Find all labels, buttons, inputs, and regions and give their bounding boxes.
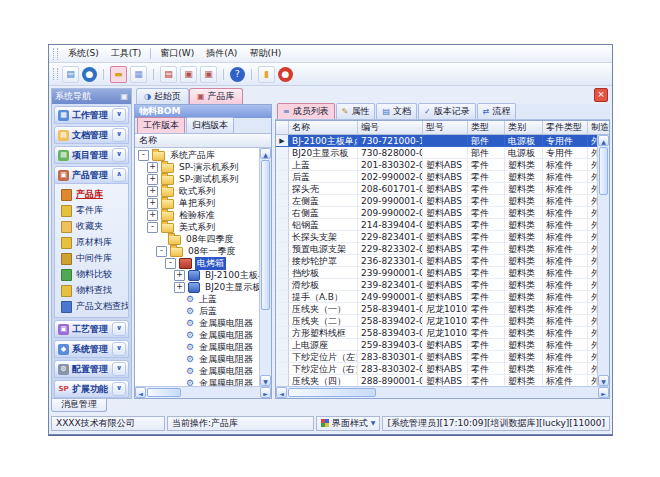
ui-style-selector[interactable]: 界面样式 ▼ [316, 416, 381, 431]
sidebar-pin-icon[interactable]: ▣ [120, 92, 128, 101]
exit-icon[interactable]: ● [278, 67, 293, 82]
table-row[interactable]: 上电源座259-839403-00X塑料ABS零件塑料类标准件外协条 [276, 339, 597, 351]
table-hscroll[interactable]: ◄ ► [276, 386, 609, 398]
tree-expander-icon[interactable]: + [147, 174, 158, 185]
table-row[interactable]: 预置电源支架229-823302-00X塑料ABS零件塑料类标准件外协条 [276, 243, 597, 255]
document-delete-icon[interactable]: ▤ [160, 66, 177, 83]
scrollbar-thumb[interactable] [147, 388, 181, 397]
member-tab-version-history[interactable]: ✓版本记录 [418, 103, 476, 119]
column-header-0[interactable]: 名称 [289, 121, 358, 134]
table-row[interactable]: 压线夹（二）258-839402-00X尼龙1010零件塑料类标准件外协条 [276, 315, 597, 327]
column-header-3[interactable]: 类型 [468, 121, 505, 134]
sidebar-section-header-project-management[interactable]: ▤项目管理∨ [54, 146, 129, 164]
tree-node[interactable]: ⚙金属膜电阻器 [135, 329, 259, 341]
sidebar-item-product-doc-search[interactable]: 产品文档查找 [61, 300, 128, 313]
scroll-right-icon[interactable]: ► [598, 387, 609, 398]
window-check-out-icon[interactable]: ▣ [200, 66, 217, 83]
table-row[interactable]: 后盖202-990002-01X塑料ABS零件塑料类标准件外协条 [276, 171, 597, 183]
bom-tree-hscroll[interactable]: ◄ ► [135, 386, 271, 398]
scrollbar-track[interactable] [598, 196, 609, 375]
column-header-5[interactable]: 零件类型 [543, 121, 588, 134]
tree-node[interactable]: ⚙金属膜电阻器 [135, 377, 259, 386]
tree-node[interactable]: +SP-测试机系列 [135, 173, 259, 185]
sidebar-item-material-search[interactable]: 物料查找 [61, 284, 128, 297]
sidebar-section-chevron-document-management[interactable]: ∨ [112, 128, 126, 142]
menu-item-window[interactable]: 窗口(W) [154, 46, 200, 61]
bom-tab-archived-version[interactable]: 归档版本 [186, 117, 234, 133]
sidebar-section-header-config-management[interactable]: ⚙配置管理∨ [54, 360, 129, 378]
scroll-down-icon[interactable]: ▼ [598, 375, 609, 386]
tree-node[interactable]: +SP-演示机系列 [135, 161, 259, 173]
table-row[interactable]: 长探头支架229-823401-00X塑料ABS零件塑料类标准件外协条 [276, 231, 597, 243]
tree-node[interactable]: ⚙金属膜电阻器 [135, 341, 259, 353]
table-row[interactable]: BJ20主显示板730-828000-04X部件电源板专用件外协颗 [276, 147, 597, 159]
folder-browse-icon[interactable]: ▬ [110, 66, 127, 83]
table-row[interactable]: 压线夹（一）258-839401-00X尼龙1010零件塑料类标准件外协条 [276, 303, 597, 315]
tree-node[interactable]: ⚙金属膜电阻器 [135, 317, 259, 329]
scrollbar-thumb[interactable] [599, 147, 608, 195]
tree-expander-icon[interactable]: - [165, 258, 176, 269]
tab-start-page[interactable]: ◑起始页 [136, 88, 189, 104]
tree-node[interactable]: +BJ20主显示板 [135, 281, 259, 293]
sidebar-section-chevron-product-management[interactable]: ∧ [112, 168, 126, 182]
table-row[interactable]: 下纱定位片（左）283-830301-00X塑料ABS零件塑料类标准件外协条 [276, 351, 597, 363]
tree-expander-icon[interactable]: + [147, 162, 158, 173]
tab-product-library[interactable]: ▣产品库 [189, 88, 243, 104]
sidebar-item-favorites[interactable]: 收藏夹 [61, 220, 128, 233]
menu-item-system[interactable]: 系统(S) [62, 46, 105, 61]
window-check-in-icon[interactable]: ▣ [180, 66, 197, 83]
table-row[interactable]: 滑纱板239-823401-00X塑料ABS零件塑料类标准件外协条 [276, 279, 597, 291]
member-tab-member-list[interactable]: ≡成员列表 [277, 103, 335, 119]
table-view-icon[interactable]: ▦ [130, 66, 147, 83]
tree-expander-icon[interactable]: + [147, 186, 158, 197]
menubar-grip[interactable] [53, 48, 58, 60]
sidebar-section-header-product-management[interactable]: ▣产品管理∧ [54, 166, 129, 184]
scroll-up-icon[interactable]: ▲ [260, 148, 271, 159]
column-header-4[interactable]: 类别 [505, 121, 543, 134]
table-row[interactable]: 左侧盖209-990001-01X塑料ABS零件塑料类标准件外协条 [276, 195, 597, 207]
sidebar-section-chevron-system-management[interactable]: ∨ [112, 342, 126, 356]
tree-node[interactable]: -美式系列 [135, 221, 259, 233]
tree-node[interactable]: +BJ-2100主板单点 [135, 269, 259, 281]
sidebar-item-parts-library[interactable]: 零件库 [61, 204, 128, 217]
column-header-2[interactable]: 型号 [423, 121, 468, 134]
sidebar-section-header-process-management[interactable]: ▣工艺管理∨ [54, 320, 129, 338]
tree-expander-icon[interactable]: + [147, 198, 158, 209]
table-row[interactable]: 压线夹（四）288-890001-00X塑料ABS零件塑料类标准件外协条 [276, 375, 597, 386]
tree-node[interactable]: ⚙金属膜电阻器 [135, 353, 259, 365]
bom-tab-working-version[interactable]: 工作版本 [137, 117, 185, 133]
menu-item-tools[interactable]: 工具(T) [105, 46, 148, 61]
sidebar-section-header-document-management[interactable]: ▤文档管理∨ [54, 126, 129, 144]
sidebar-section-chevron-config-management[interactable]: ∨ [112, 362, 126, 376]
globe-icon[interactable]: ● [82, 67, 97, 82]
menu-item-plugins[interactable]: 插件(A) [200, 46, 243, 61]
table-row[interactable]: 方形塑料线框258-839403-00X尼龙1010零件塑料类标准件外协条 [276, 327, 597, 339]
tree-node[interactable]: -系统产品库 [135, 149, 259, 161]
tree-expander-icon[interactable]: - [156, 246, 167, 257]
member-tab-workflow[interactable]: ⇄流程 [477, 103, 517, 119]
member-tab-documents[interactable]: ▤文档 [376, 103, 417, 119]
toolbar-grip[interactable] [53, 68, 58, 80]
sidebar-section-header-extension-functions[interactable]: SP扩展功能∨ [54, 380, 129, 398]
sidebar-section-chevron-work-management[interactable]: ∨ [112, 108, 126, 122]
scrollbar-track[interactable] [260, 311, 271, 375]
sidebar-section-chevron-extension-functions[interactable]: ∨ [112, 382, 126, 396]
lock-icon[interactable]: ▮ [258, 66, 275, 83]
tree-expander-icon[interactable]: + [174, 270, 185, 281]
scroll-up-icon[interactable]: ▲ [598, 135, 609, 146]
table-row[interactable]: 接纱轮护罩236-823301-00X塑料ABS零件塑料类标准件外协条 [276, 255, 597, 267]
sidebar-item-material-compare[interactable]: 物料比较 [61, 268, 128, 281]
sidebar-section-header-system-management[interactable]: ◆系统管理∨ [54, 340, 129, 358]
tree-node[interactable]: -电烤箱 [135, 257, 259, 269]
table-row[interactable]: 上盖201-830302-00X塑料ABS零件塑料类标准件外协条 [276, 159, 597, 171]
tree-expander-icon[interactable]: - [147, 222, 158, 233]
scrollbar-thumb[interactable] [288, 388, 376, 397]
scroll-right-icon[interactable]: ► [260, 387, 271, 398]
scroll-left-icon[interactable]: ◄ [135, 387, 146, 398]
table-vscroll[interactable]: ▲ ▼ [597, 135, 609, 386]
scrollbar-thumb[interactable] [261, 160, 270, 310]
column-header-1[interactable]: 编号 [358, 121, 423, 134]
sidebar-item-intermediate-library[interactable]: 中间件库 [61, 252, 128, 265]
help-icon[interactable]: ? [230, 67, 245, 82]
tree-node[interactable]: +欧式系列 [135, 185, 259, 197]
